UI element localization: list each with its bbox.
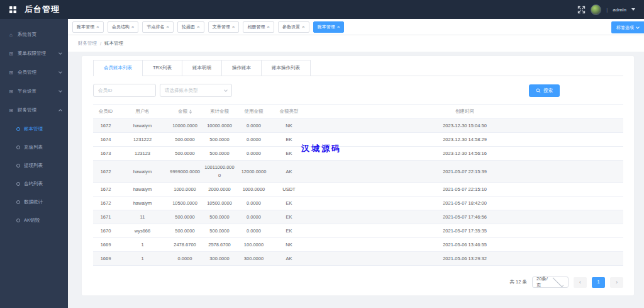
column-header[interactable]: 累计金额: [203, 105, 236, 119]
window-tab[interactable]: 轮播图×: [177, 21, 204, 33]
sidebar-subitem-stats[interactable]: 数据统计: [0, 193, 68, 211]
fullscreen-icon[interactable]: [577, 6, 586, 14]
table-cell: 9999000.0000: [167, 161, 203, 183]
sort-icon[interactable]: [189, 110, 192, 114]
table-row[interactable]: 16741231222500.0000500.00000.0000EK2023-…: [93, 133, 623, 147]
window-tab[interactable]: 文章管理×: [208, 21, 240, 33]
window-tab[interactable]: 会员结构×: [108, 21, 139, 33]
table-row[interactable]: 166910.0000300.0000300.0000AK2021-05-06 …: [93, 252, 623, 266]
sidebar-subitem-withdraw[interactable]: 提现列表: [0, 156, 68, 174]
search-button[interactable]: 搜索: [529, 84, 560, 97]
sidebar-subitem-ledger[interactable]: 账本管理: [0, 120, 68, 138]
table-cell: 0.0000: [236, 147, 272, 161]
member-id-input[interactable]: [93, 84, 156, 97]
table-cell: 11: [118, 210, 167, 224]
menu-grid-icon: ⊞: [8, 51, 14, 57]
ledger-type-select[interactable]: 请选择账本类型: [160, 84, 232, 97]
table-cell: 1670: [93, 224, 118, 238]
sidebar-subitem-label: 数据统计: [24, 199, 43, 205]
table-cell: EK: [272, 210, 306, 224]
table-row[interactable]: 1672hawaiym10500.000010500.00000.0000EK2…: [93, 197, 623, 210]
table-cell: 500.0000: [167, 224, 203, 238]
close-icon[interactable]: ×: [232, 25, 235, 30]
window-tab[interactable]: 账本管理×: [72, 21, 104, 33]
sidebar-item-label: 平台设置: [18, 88, 59, 94]
subtab[interactable]: 账本明细: [182, 60, 221, 76]
breadcrumb-parent[interactable]: 财务管理: [78, 40, 97, 47]
window-tab[interactable]: 相册管理×: [243, 21, 274, 33]
table-row[interactable]: 1673123123500.0000500.00000.0000EK2023-1…: [93, 147, 623, 161]
window-tab-label: 节点排名: [147, 24, 164, 30]
table-cell: 2021-05-06 13:29:32: [306, 252, 623, 266]
table-cell: NK: [272, 119, 306, 133]
close-icon[interactable]: ×: [131, 25, 135, 30]
table-cell: AK: [272, 161, 306, 183]
window-tab-label: 文章管理: [213, 24, 230, 30]
sidebar-item-finance[interactable]: ⊞财务管理: [0, 101, 68, 120]
subtab[interactable]: 操作账本: [221, 60, 261, 76]
sidebar-subitem-recharge[interactable]: 充值列表: [0, 138, 68, 156]
sidebar-subitem-contract[interactable]: 合约列表: [0, 174, 68, 193]
table-cell: 2000.0000: [203, 183, 236, 197]
table-cell: 500.0000: [203, 210, 236, 224]
table-row[interactable]: 1672hawaiym10000.000010000.00000.0000NK2…: [93, 119, 623, 133]
page-size-select[interactable]: 20条/页: [532, 277, 569, 288]
subtab[interactable]: 账本操作列表: [261, 60, 311, 76]
table-cell: 2021-05-07 17:35:35: [306, 224, 623, 238]
sidebar: ⌂系统首页⊞菜单权限管理⊞会员管理⊞平台设置⊞财务管理账本管理充值列表提现列表合…: [0, 19, 68, 308]
apps-grid-icon[interactable]: [9, 6, 17, 14]
search-button-label: 搜索: [543, 88, 553, 94]
column-header[interactable]: 金额类型: [272, 105, 306, 119]
circle-icon: [16, 164, 20, 168]
table-cell: wys666: [118, 224, 167, 238]
table-cell: 0.0000: [236, 119, 272, 133]
close-icon[interactable]: ×: [267, 25, 270, 30]
close-icon[interactable]: ×: [337, 25, 340, 30]
table-cell: 1: [118, 238, 167, 252]
window-tab-strip: 账本管理×会员结构×节点排名×轮播图×文章管理×相册管理×参数设置×账本管理×: [72, 21, 348, 33]
chevron-down-icon[interactable]: [631, 8, 635, 11]
close-icon[interactable]: ×: [96, 25, 99, 30]
table-cell: AK: [272, 252, 306, 266]
subtab[interactable]: TRX列表: [142, 60, 182, 76]
next-page-button[interactable]: ›: [610, 277, 623, 288]
window-tab[interactable]: 参数设置×: [278, 21, 309, 33]
prev-page-button[interactable]: ‹: [574, 277, 587, 288]
sidebar-item-members[interactable]: ⊞会员管理: [0, 63, 68, 82]
column-header[interactable]: 创建时间: [306, 105, 623, 119]
table-row[interactable]: 167111500.0000500.00000.0000EK2021-05-07…: [93, 210, 623, 224]
window-tab[interactable]: 账本管理×: [313, 21, 345, 33]
subtab[interactable]: 会员账本列表: [93, 60, 142, 76]
table-cell: 1000.0000: [236, 183, 272, 197]
topbar: 后台管理 | admin: [0, 0, 644, 19]
close-icon[interactable]: ×: [197, 25, 200, 30]
table-cell: 2023-12-30 14:58:29: [306, 133, 623, 147]
column-header[interactable]: 使用金额: [236, 105, 272, 119]
page-number-button[interactable]: 1: [592, 277, 605, 288]
table-row[interactable]: 1672hawaiym1000.00002000.00001000.0000US…: [93, 183, 623, 197]
table-row[interactable]: 1670wys666500.0000500.00000.0000EK2021-0…: [93, 224, 623, 238]
close-icon[interactable]: ×: [302, 25, 305, 30]
close-icon[interactable]: ×: [166, 25, 169, 30]
avatar[interactable]: [591, 4, 601, 15]
table-cell: 1672: [93, 197, 118, 210]
sidebar-item-home[interactable]: ⌂系统首页: [0, 25, 68, 44]
column-header-label: 创建时间: [455, 108, 474, 114]
table-row[interactable]: 166912478.67002578.6700100.0000NK2021-05…: [93, 238, 623, 252]
table-cell: 10000.0000: [203, 119, 236, 133]
table-cell: 100.0000: [236, 238, 272, 252]
sidebar-subitem-ak-burn[interactable]: AK销毁: [0, 211, 68, 229]
app-window: 后台管理 | admin ⌂系统首页⊞菜单权限管理⊞会员管理⊞平台设置⊞财务管理…: [0, 0, 644, 308]
column-header[interactable]: 会员ID: [93, 105, 118, 119]
window-tab-label: 轮播图: [182, 24, 195, 30]
sidebar-item-menu-auth[interactable]: ⊞菜单权限管理: [0, 44, 68, 63]
tag-options-button[interactable]: 标签选项: [611, 21, 644, 33]
table-cell: 0.0000: [236, 224, 272, 238]
column-header[interactable]: 用户名: [118, 105, 167, 119]
sidebar-item-platform[interactable]: ⊞平台设置: [0, 82, 68, 101]
table-cell: 300.0000: [236, 252, 272, 266]
table-cell: 1669: [93, 238, 118, 252]
table-row[interactable]: 1672hawaiym9999000.000010011000.00001200…: [93, 161, 623, 183]
window-tab[interactable]: 节点排名×: [142, 21, 174, 33]
column-header[interactable]: 金额: [167, 105, 203, 119]
